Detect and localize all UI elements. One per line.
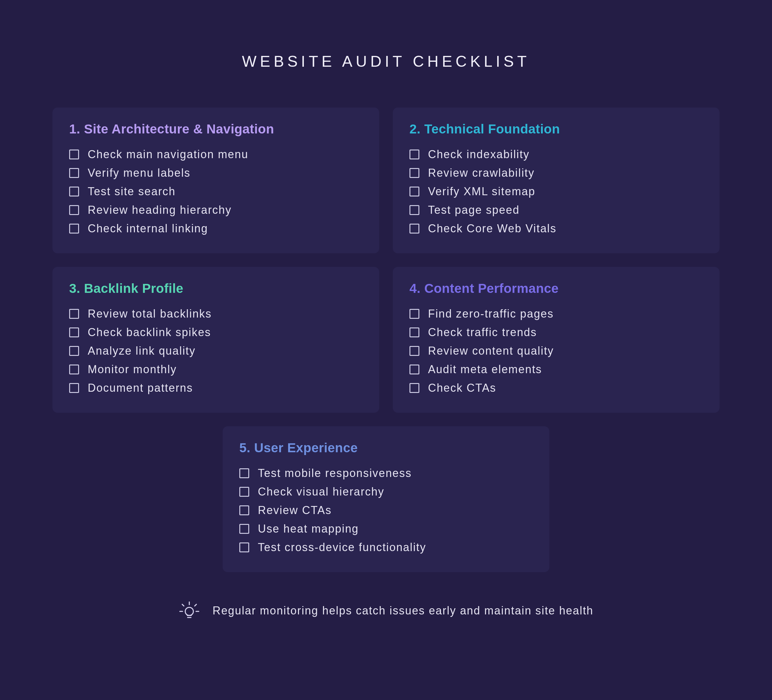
checkbox[interactable]	[409, 149, 419, 159]
list-item: Review CTAs	[239, 501, 533, 520]
card-heading: 3. Backlink Profile	[69, 281, 363, 296]
item-label: Review heading hierarchy	[88, 203, 232, 216]
list-item: Review total backlinks	[69, 305, 363, 323]
section-number: 1.	[69, 122, 80, 136]
section-number: 2.	[409, 122, 420, 136]
item-label: Check CTAs	[428, 382, 496, 395]
section-number: 4.	[409, 281, 420, 296]
item-label: Check indexability	[428, 148, 530, 161]
item-label: Check Core Web Vitals	[428, 222, 556, 235]
card-content-performance: 4. Content Performance Find zero-traffic…	[393, 267, 720, 413]
list-item: Audit meta elements	[409, 360, 703, 379]
card-heading: 1. Site Architecture & Navigation	[69, 122, 363, 136]
checkbox[interactable]	[409, 168, 419, 178]
item-label: Test site search	[88, 185, 176, 198]
list-item: Monitor monthly	[69, 360, 363, 379]
svg-point-0	[185, 607, 193, 615]
checkbox[interactable]	[409, 383, 419, 393]
item-label: Find zero-traffic pages	[428, 307, 554, 320]
section-number: 3.	[69, 281, 80, 296]
checkbox[interactable]	[409, 309, 419, 319]
checkbox[interactable]	[409, 187, 419, 197]
list-item: Test site search	[69, 182, 363, 201]
checkbox[interactable]	[409, 224, 419, 234]
checkbox[interactable]	[69, 328, 79, 337]
item-label: Check visual hierarchy	[258, 485, 384, 498]
item-label: Analyze link quality	[88, 344, 195, 357]
section-title: Content Performance	[424, 281, 559, 296]
checkbox[interactable]	[409, 328, 419, 337]
item-label: Test mobile responsiveness	[258, 467, 412, 480]
checkbox[interactable]	[69, 309, 79, 319]
list-item: Verify XML sitemap	[409, 182, 703, 201]
checkbox[interactable]	[409, 205, 419, 215]
list-item: Test cross-device functionality	[239, 538, 533, 557]
item-label: Review CTAs	[258, 504, 332, 517]
section-title: Technical Foundation	[424, 122, 560, 136]
checkbox[interactable]	[69, 364, 79, 374]
item-label: Check main navigation menu	[88, 148, 248, 161]
checkbox[interactable]	[69, 187, 79, 197]
section-title: Site Architecture & Navigation	[84, 122, 274, 136]
item-list: Check main navigation menu Verify menu l…	[69, 145, 363, 238]
checkbox[interactable]	[69, 224, 79, 234]
checkbox[interactable]	[239, 543, 249, 552]
lightbulb-icon	[178, 600, 200, 621]
list-item: Check traffic trends	[409, 323, 703, 342]
list-item: Find zero-traffic pages	[409, 305, 703, 323]
list-item: Test page speed	[409, 201, 703, 219]
page-title: WEBSITE AUDIT CHECKLIST	[52, 52, 720, 70]
checkbox[interactable]	[409, 346, 419, 356]
checkbox[interactable]	[69, 205, 79, 215]
list-item: Use heat mapping	[239, 520, 533, 538]
svg-line-5	[195, 604, 196, 606]
checkbox[interactable]	[239, 524, 249, 534]
list-item: Review crawlability	[409, 164, 703, 182]
item-list: Review total backlinks Check backlink sp…	[69, 305, 363, 397]
list-item: Analyze link quality	[69, 342, 363, 360]
item-label: Verify XML sitemap	[428, 185, 535, 198]
checkbox[interactable]	[69, 346, 79, 356]
checkbox[interactable]	[69, 168, 79, 178]
checkbox[interactable]	[239, 487, 249, 497]
list-item: Check main navigation menu	[69, 145, 363, 164]
list-item: Test mobile responsiveness	[239, 464, 533, 482]
checkbox[interactable]	[239, 468, 249, 478]
footer: Regular monitoring helps catch issues ea…	[52, 600, 720, 621]
list-item: Check internal linking	[69, 219, 363, 238]
card-backlink-profile: 3. Backlink Profile Review total backlin…	[52, 267, 379, 413]
card-heading: 4. Content Performance	[409, 281, 703, 296]
item-label: Review total backlinks	[88, 307, 212, 320]
checkbox[interactable]	[239, 505, 249, 515]
item-label: Check internal linking	[88, 222, 208, 235]
list-item: Verify menu labels	[69, 164, 363, 182]
item-label: Use heat mapping	[258, 522, 359, 535]
item-label: Audit meta elements	[428, 363, 542, 376]
svg-line-4	[182, 604, 184, 606]
list-item: Check visual hierarchy	[239, 482, 533, 501]
item-label: Document patterns	[88, 382, 193, 395]
card-grid: 1. Site Architecture & Navigation Check …	[52, 108, 720, 572]
item-label: Review content quality	[428, 344, 554, 357]
item-list: Test mobile responsiveness Check visual …	[239, 464, 533, 557]
card-user-experience: 5. User Experience Test mobile responsiv…	[222, 426, 550, 572]
section-title: Backlink Profile	[84, 281, 183, 296]
card-site-architecture: 1. Site Architecture & Navigation Check …	[52, 108, 379, 253]
list-item: Review heading hierarchy	[69, 201, 363, 219]
checkbox[interactable]	[69, 383, 79, 393]
checkbox[interactable]	[409, 364, 419, 374]
item-list: Check indexability Review crawlability V…	[409, 145, 703, 238]
section-number: 5.	[239, 441, 250, 455]
card-technical-foundation: 2. Technical Foundation Check indexabili…	[393, 108, 720, 253]
checkbox[interactable]	[69, 149, 79, 159]
item-label: Check backlink spikes	[88, 326, 211, 339]
list-item: Check CTAs	[409, 379, 703, 397]
list-item: Check indexability	[409, 145, 703, 164]
item-label: Test cross-device functionality	[258, 541, 426, 554]
list-item: Document patterns	[69, 379, 363, 397]
list-item: Check backlink spikes	[69, 323, 363, 342]
item-label: Verify menu labels	[88, 167, 191, 179]
item-label: Review crawlability	[428, 167, 535, 179]
section-title: User Experience	[254, 441, 358, 455]
card-heading: 2. Technical Foundation	[409, 122, 703, 136]
